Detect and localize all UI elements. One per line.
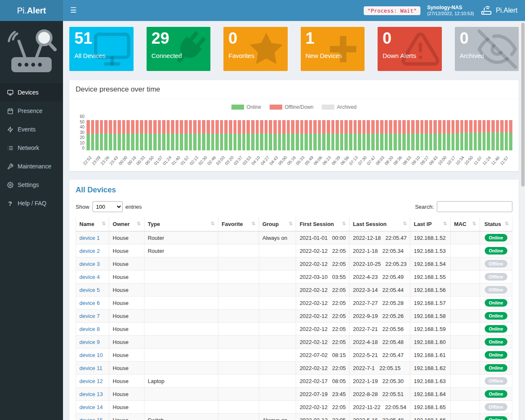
legend-item: Archived [322, 104, 357, 110]
infobox-new-devices[interactable]: 1 New Devices [301, 27, 365, 71]
search-input[interactable] [437, 201, 512, 212]
sidebar-item-label: Events [18, 126, 36, 133]
cell-last_session: 2022-1-19 22:05.30 [349, 375, 410, 388]
cell-name: device 12 [76, 375, 109, 388]
devices-table: Name⇅Owner⇅Type⇅Favorite⇅Group⇅First Ses… [76, 217, 512, 420]
device-link[interactable]: device 7 [79, 313, 100, 319]
list-icon [7, 144, 13, 151]
app-logo[interactable]: Pi.Alert [0, 0, 63, 21]
infobox-all-devices[interactable]: 51 All Devices [69, 27, 134, 71]
sort-icon[interactable]: ⇅ [505, 221, 509, 226]
sidebar-item-maintenance[interactable]: Maintenance [0, 157, 63, 176]
sort-icon[interactable]: ⇅ [342, 221, 346, 226]
cell-last_ip: 192.168.1.62 [410, 362, 451, 375]
column-header-favorite[interactable]: Favorite⇅ [218, 217, 259, 231]
cell-name: device 8 [76, 323, 109, 336]
column-header-status[interactable]: Status⇅ [480, 217, 512, 231]
cell-status: Online [480, 323, 512, 336]
sort-icon[interactable]: ⇅ [136, 221, 140, 226]
cell-favorite [218, 349, 259, 362]
chart-bar [376, 114, 379, 150]
sidebar-item-settings[interactable]: Settings [0, 176, 63, 194]
column-header-last-session[interactable]: Last Session⇅ [349, 217, 410, 231]
chart-bar [322, 114, 326, 150]
sort-icon[interactable]: ⇅ [251, 221, 255, 226]
cell-last_ip: 192.168.1.52 [410, 231, 451, 244]
cell-first_session: 2021-01-01 00:00 [296, 231, 349, 244]
device-link[interactable]: device 9 [79, 339, 100, 345]
column-header-name[interactable]: Name⇅ [76, 217, 109, 231]
device-link[interactable]: device 6 [79, 300, 100, 306]
cell-group [259, 362, 296, 375]
router-icon [480, 5, 492, 16]
chart-bar [487, 114, 490, 150]
infobox-favorites[interactable]: 0 Favorites [223, 27, 288, 71]
chart-bar [327, 114, 330, 150]
column-header-mac[interactable]: MAC⇅ [450, 217, 480, 231]
vertical-scrollbar[interactable] [521, 21, 525, 420]
device-link[interactable]: device 11 [79, 365, 102, 371]
hamburger-menu-icon[interactable]: ☰ [63, 0, 84, 21]
cell-last_session: 2022-12-18 22:05.47 [349, 231, 410, 244]
device-link[interactable]: device 10 [79, 352, 103, 358]
status-badge: Online [485, 312, 507, 320]
sort-icon[interactable]: ⇅ [289, 221, 292, 226]
device-link[interactable]: device 8 [79, 326, 100, 332]
table-row: device 7House2022-02-12 22:052022-9-19 2… [76, 310, 512, 323]
chart-bar [354, 114, 357, 150]
cell-owner: House [109, 323, 144, 336]
cell-mac [450, 231, 480, 244]
infobox-archived[interactable]: 0 Archived [455, 27, 519, 71]
sort-icon[interactable]: ⇅ [443, 221, 447, 226]
chart-bar [460, 114, 464, 150]
chart-bar [220, 114, 223, 150]
scrollbar-thumb[interactable] [521, 23, 525, 186]
sidebar-item-label: Settings [18, 181, 39, 188]
infobox-connected[interactable]: 29 Connected [147, 27, 211, 71]
cell-favorite [218, 270, 259, 284]
cell-type [144, 284, 218, 297]
device-link[interactable]: device 14 [79, 404, 103, 410]
device-link[interactable]: device 13 [79, 391, 103, 397]
cell-last_session: 2022-11-22 22:05.54 [349, 401, 410, 414]
column-header-owner[interactable]: Owner⇅ [109, 217, 144, 231]
chart-bar [184, 114, 188, 150]
column-header-first-session[interactable]: First Session⇅ [296, 217, 349, 231]
sort-icon[interactable]: ⇅ [472, 221, 476, 226]
sort-icon[interactable]: ⇅ [102, 221, 105, 226]
device-link[interactable]: device 1 [79, 235, 100, 241]
cell-owner: House [109, 349, 144, 362]
infobox-down-alerts[interactable]: 0 Down Alerts [378, 27, 442, 71]
cell-status: Online [480, 362, 512, 375]
column-header-type[interactable]: Type⇅ [144, 217, 218, 231]
sidebar-item-events[interactable]: Events [0, 120, 63, 139]
cell-favorite [218, 414, 259, 420]
page-length-select[interactable]: 100 [92, 201, 123, 212]
cell-last_session: 2022-9-19 22:05.26 [349, 310, 410, 323]
cell-owner: House [109, 270, 144, 284]
column-header-group[interactable]: Group⇅ [259, 217, 296, 231]
chart-bar [398, 114, 402, 150]
sidebar-item-presence[interactable]: Presence [0, 102, 63, 120]
device-link[interactable]: device 4 [79, 274, 100, 280]
device-link[interactable]: device 5 [79, 287, 100, 293]
sidebar-item-devices[interactable]: Devices [0, 83, 63, 102]
chart-bar [425, 114, 428, 150]
pialert-logo-graphic [0, 21, 63, 80]
device-link[interactable]: device 12 [79, 378, 103, 384]
chart-bar [126, 114, 130, 150]
device-link[interactable]: device 2 [79, 248, 100, 254]
chart-bar [211, 114, 215, 150]
cell-first_session: 2022-02-12 22:05 [296, 401, 349, 414]
cell-type [144, 270, 218, 284]
cell-name: device 9 [76, 336, 109, 349]
sidebar-item-help[interactable]: ? Help / FAQ [0, 194, 63, 213]
sort-icon[interactable]: ⇅ [403, 221, 407, 226]
device-link[interactable]: device 15 [79, 417, 103, 420]
sort-icon[interactable]: ⇅ [210, 221, 214, 226]
cell-mac [450, 257, 480, 270]
column-header-last-ip[interactable]: Last IP⇅ [410, 217, 451, 231]
sidebar-item-network[interactable]: Network [0, 139, 63, 157]
device-link[interactable]: device 3 [79, 261, 100, 267]
cell-type [144, 310, 218, 323]
